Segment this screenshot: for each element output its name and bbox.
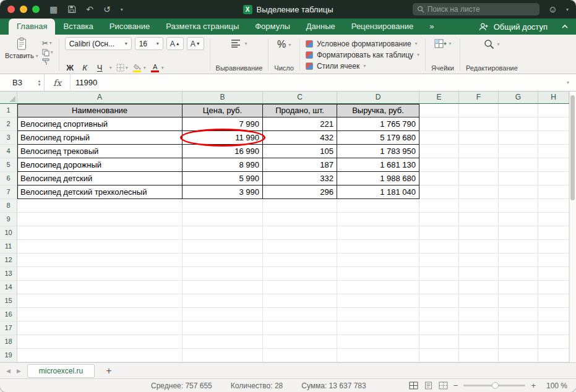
row-header-8[interactable]: 8 xyxy=(0,199,17,213)
cell-C16[interactable] xyxy=(263,308,337,322)
cell-G19[interactable] xyxy=(499,349,538,362)
feedback-caret-icon[interactable] xyxy=(566,7,569,12)
cell-C2[interactable]: 221 xyxy=(263,117,337,131)
sheet-search-input[interactable] xyxy=(413,3,539,15)
cell-H17[interactable] xyxy=(538,322,569,335)
cell-G12[interactable] xyxy=(499,254,538,267)
column-header-B[interactable]: B xyxy=(183,92,263,103)
row-header-5[interactable]: 5 xyxy=(0,158,17,172)
percent-style-button[interactable]: % xyxy=(274,37,294,50)
cell-C10[interactable] xyxy=(263,226,337,240)
cell-D5[interactable]: 1 681 130 xyxy=(337,158,419,172)
cell-D8[interactable] xyxy=(337,199,419,213)
cell-B13[interactable] xyxy=(183,267,263,281)
cell-G13[interactable] xyxy=(499,267,538,281)
cell-D15[interactable] xyxy=(337,294,419,308)
font-size-select[interactable]: 16 xyxy=(135,37,163,50)
cell-F9[interactable] xyxy=(459,213,499,226)
cell-E8[interactable] xyxy=(419,199,459,213)
zoom-in-button[interactable] xyxy=(531,381,536,390)
cell-D4[interactable]: 1 783 950 xyxy=(337,145,419,158)
redo-icon[interactable] xyxy=(103,5,111,14)
column-header-A[interactable]: A xyxy=(17,92,183,103)
format-painter-button[interactable] xyxy=(42,57,53,66)
sheet-nav-left-icon[interactable] xyxy=(6,368,11,374)
paste-button[interactable]: Вставить xyxy=(5,37,38,67)
cell-C8[interactable] xyxy=(263,199,337,213)
row-header-14[interactable]: 14 xyxy=(0,281,17,294)
cell-B10[interactable] xyxy=(183,226,263,240)
cell-F8[interactable] xyxy=(459,199,499,213)
cell-C6[interactable]: 332 xyxy=(263,172,337,185)
cell-A12[interactable] xyxy=(17,254,183,267)
cell-F13[interactable] xyxy=(459,267,499,281)
cell-H4[interactable] xyxy=(538,145,569,158)
copy-button[interactable] xyxy=(42,48,53,57)
cell-C3[interactable]: 432 xyxy=(263,131,337,145)
view-page-break-button[interactable] xyxy=(439,381,448,390)
cell-E10[interactable] xyxy=(419,226,459,240)
cell-F12[interactable] xyxy=(459,254,499,267)
column-header-C[interactable]: C xyxy=(263,92,337,103)
cell-F4[interactable] xyxy=(459,145,499,158)
cell-A1[interactable]: Наименование xyxy=(17,104,183,117)
cell-B11[interactable] xyxy=(183,240,263,254)
cell-D18[interactable] xyxy=(337,335,419,349)
cell-C13[interactable] xyxy=(263,267,337,281)
row-header-6[interactable]: 6 xyxy=(0,172,17,185)
cell-F10[interactable] xyxy=(459,226,499,240)
cell-B5[interactable]: 8 990 xyxy=(183,158,263,172)
cell-C9[interactable] xyxy=(263,213,337,226)
cell-B2[interactable]: 7 990 xyxy=(183,117,263,131)
cell-F3[interactable] xyxy=(459,131,499,145)
row-header-12[interactable]: 12 xyxy=(0,254,17,267)
style-button-2[interactable]: Стили ячеек xyxy=(306,61,419,71)
cell-H11[interactable] xyxy=(538,240,569,254)
style-button-1[interactable]: Форматировать как таблицу xyxy=(306,49,419,60)
cell-D10[interactable] xyxy=(337,226,419,240)
row-header-9[interactable]: 9 xyxy=(0,213,17,226)
column-header-D[interactable]: D xyxy=(337,92,419,103)
cell-B18[interactable] xyxy=(183,335,263,349)
column-header-G[interactable]: G xyxy=(499,92,538,103)
share-button[interactable]: Общий доступ xyxy=(494,22,548,32)
cell-H13[interactable] xyxy=(538,267,569,281)
cell-H14[interactable] xyxy=(538,281,569,294)
formula-bar-caret-icon[interactable] xyxy=(560,74,576,91)
cell-H2[interactable] xyxy=(538,117,569,131)
cell-H3[interactable] xyxy=(538,131,569,145)
zoom-slider[interactable] xyxy=(463,385,525,386)
cell-B4[interactable]: 16 990 xyxy=(183,145,263,158)
view-page-layout-button[interactable] xyxy=(424,381,433,390)
cell-D11[interactable] xyxy=(337,240,419,254)
cell-D3[interactable]: 5 179 680 xyxy=(337,131,419,145)
row-header-11[interactable]: 11 xyxy=(0,240,17,254)
cell-D19[interactable] xyxy=(337,349,419,362)
cell-A8[interactable] xyxy=(17,199,183,213)
cell-H1[interactable] xyxy=(538,104,569,117)
column-header-F[interactable]: F xyxy=(459,92,499,103)
name-box-stepper[interactable] xyxy=(35,74,45,91)
view-normal-button[interactable] xyxy=(409,381,418,390)
zoom-level[interactable]: 100 % xyxy=(541,381,567,390)
cell-H12[interactable] xyxy=(538,254,569,267)
cell-C4[interactable]: 105 xyxy=(263,145,337,158)
cell-F2[interactable] xyxy=(459,117,499,131)
cell-E2[interactable] xyxy=(419,117,459,131)
row-header-18[interactable]: 18 xyxy=(0,335,17,349)
ribbon-tab-7[interactable]: » xyxy=(421,19,442,35)
cell-C15[interactable] xyxy=(263,294,337,308)
font-name-select[interactable]: Calibri (Осн... xyxy=(65,37,132,50)
cell-E19[interactable] xyxy=(419,349,459,362)
cell-A7[interactable]: Велосипед детский трехколесный xyxy=(17,185,183,199)
row-header-17[interactable]: 17 xyxy=(0,322,17,335)
cell-H7[interactable] xyxy=(538,185,569,199)
minimize-window-button[interactable] xyxy=(20,6,27,13)
cell-A6[interactable]: Велосипед детский xyxy=(17,172,183,185)
cell-C7[interactable]: 296 xyxy=(263,185,337,199)
cell-G4[interactable] xyxy=(499,145,538,158)
cell-H6[interactable] xyxy=(538,172,569,185)
row-header-1[interactable]: 1 xyxy=(0,104,17,117)
cell-C11[interactable] xyxy=(263,240,337,254)
cell-A10[interactable] xyxy=(17,226,183,240)
